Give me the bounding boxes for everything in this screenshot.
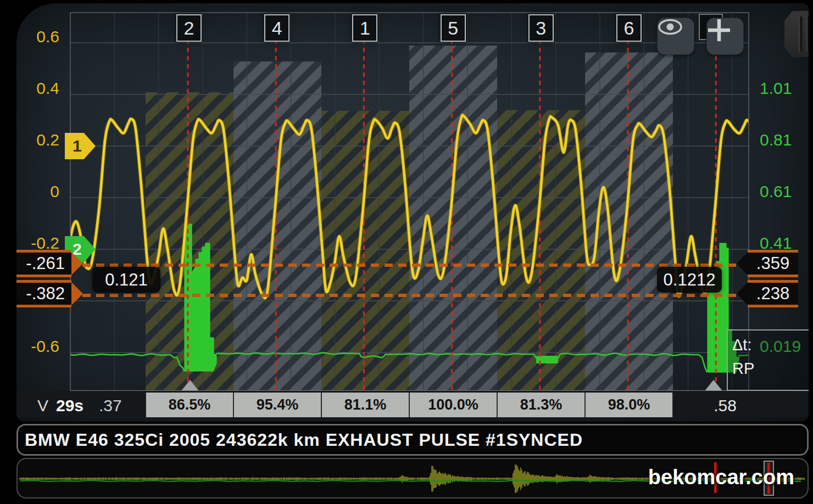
sync-triangle-marker[interactable]: [705, 380, 722, 391]
right-axis-tick: 0.41: [760, 235, 792, 251]
scope-plot[interactable]: [16, 3, 809, 422]
left-axis-tick: 0.4: [25, 80, 59, 97]
watermark: bekomcar.com: [648, 466, 794, 489]
cursor-value-right-lower[interactable]: .238: [748, 280, 798, 307]
cursor-arrow: [737, 282, 748, 305]
cursor-delta-ch1: 0.121: [92, 267, 160, 293]
rpm-label: RP: [732, 361, 809, 377]
left-axis-tick: 0.2: [25, 132, 59, 148]
cursor-delta-ch2: 0.1212: [657, 267, 722, 293]
cylinder-marker-1[interactable]: 1: [352, 14, 377, 42]
right-axis-tick: 0.81: [760, 132, 792, 148]
delta-t-label: Δt:: [732, 337, 809, 353]
cursor-time-end[interactable]: .58: [706, 396, 744, 416]
cylinder-power-value[interactable]: 86.5%: [146, 393, 233, 417]
left-axis-tick: -0.2: [25, 235, 59, 251]
cylinder-marker-5[interactable]: 5: [441, 14, 466, 42]
left-axis-tick: 0: [25, 183, 59, 200]
delta-t-panel: Δt: RP: [727, 329, 809, 391]
tab-groove: [806, 16, 809, 52]
cursor-time-start[interactable]: .37: [99, 396, 122, 416]
cylinder-power-value[interactable]: 81.1%: [321, 393, 409, 417]
cylinder-marker-3[interactable]: 3: [528, 14, 554, 42]
cylinder-power-value[interactable]: 81.3%: [497, 393, 585, 417]
left-axis-tick: -0.6: [25, 338, 59, 355]
volts-unit-label: V: [37, 396, 48, 416]
left-axis-tick: 0.6: [25, 29, 59, 45]
cursor-arrow: [737, 252, 748, 275]
cursor-value-left-upper[interactable]: -.261: [16, 250, 71, 277]
cylinder-power-value[interactable]: 98.0%: [585, 393, 673, 417]
tab-groove: [799, 16, 803, 52]
add-marker-button[interactable]: [706, 18, 744, 55]
cylinder-marker-4[interactable]: 4: [264, 14, 289, 42]
cursor-arrow: [71, 282, 83, 305]
cylinder-marker-6[interactable]: 6: [616, 14, 642, 42]
drawer-pull-tab[interactable]: [784, 11, 809, 57]
session-title: BMW E46 325Ci 2005 243622k km EXHAUST PU…: [18, 430, 583, 450]
cylinder-marker-2[interactable]: 2: [176, 14, 202, 42]
cursor-value-right-upper[interactable]: .359: [748, 250, 798, 277]
plus-icon: [707, 18, 731, 42]
power-bar: [409, 46, 497, 391]
visibility-toggle-button[interactable]: [657, 18, 694, 55]
right-axis-tick: 0.61: [760, 183, 792, 200]
scope-screen[interactable]: 86.5%95.4%81.1%100.0%81.3%98.0%2415360.6…: [16, 3, 809, 422]
capture-duration: 29s: [56, 396, 83, 416]
app-root: { "title_bar": "BMW E46 325Ci 2005 24362…: [0, 0, 813, 504]
eye-icon: [658, 18, 683, 36]
session-title-bar: BMW E46 325Ci 2005 243622k km EXHAUST PU…: [16, 424, 809, 456]
right-axis-tick: 1.01: [760, 80, 792, 97]
cylinder-power-value[interactable]: 95.4%: [233, 393, 321, 417]
cursor-value-left-lower[interactable]: -.382: [16, 280, 71, 307]
cylinder-power-value[interactable]: 100.0%: [409, 393, 497, 417]
cursor-arrow: [71, 252, 83, 275]
